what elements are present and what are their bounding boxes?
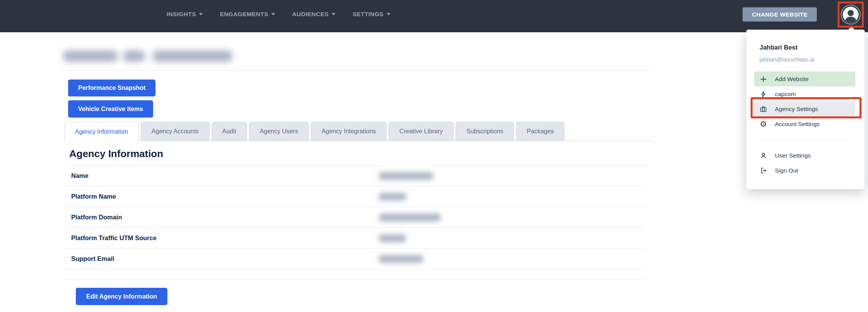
user-avatar-button[interactable] bbox=[840, 4, 861, 25]
dropdown-divider bbox=[760, 140, 850, 140]
performance-snapshot-button[interactable]: Performance Snapshot bbox=[68, 80, 155, 96]
settings-tab-bar: Agency Information Agency Accounts Audit… bbox=[64, 122, 653, 141]
field-label: Support Email bbox=[71, 255, 114, 262]
caret-down-icon bbox=[271, 13, 275, 15]
field-label: Platform Traffic UTM Source bbox=[71, 234, 157, 242]
agency-info-table: Name Platform Name Platform Domain Platf… bbox=[63, 166, 645, 280]
menu-item-capcom[interactable]: capcom bbox=[754, 86, 855, 101]
redacted-text-blob bbox=[153, 51, 232, 61]
menu-item-sign-out[interactable]: Sign Out bbox=[754, 163, 855, 178]
menu-item-label: Sign Out bbox=[775, 167, 798, 174]
nav-menu-label: AUDIENCES bbox=[292, 11, 329, 18]
menu-item-add-website[interactable]: Add Website bbox=[754, 71, 855, 86]
section-title: Agency Information bbox=[69, 148, 653, 160]
table-bottom-divider bbox=[63, 269, 645, 280]
field-label: Name bbox=[71, 172, 88, 179]
nav-menu-label: INSIGHTS bbox=[167, 11, 196, 18]
briefcase-icon bbox=[760, 105, 767, 113]
menu-item-label: capcom bbox=[775, 91, 796, 98]
dropdown-item-list: Add Website capcom Agency Settings ⚙ bbox=[746, 71, 865, 131]
table-row-name: Name bbox=[63, 166, 645, 186]
nav-menu-audiences[interactable]: AUDIENCES bbox=[292, 11, 336, 18]
lightning-icon bbox=[760, 90, 767, 98]
redacted-text-blob bbox=[124, 51, 145, 61]
table-row-platform-name: Platform Name bbox=[63, 186, 645, 207]
gear-icon: ⚙ bbox=[760, 120, 767, 128]
table-row-platform-domain: Platform Domain bbox=[63, 207, 645, 228]
redacted-value bbox=[379, 255, 423, 263]
menu-item-label: Agency Settings bbox=[775, 106, 818, 113]
nav-menu-label: ENGAGEMENTS bbox=[220, 11, 268, 18]
redacted-value bbox=[379, 214, 441, 221]
redacted-value bbox=[379, 234, 406, 242]
tab-packages[interactable]: Packages bbox=[516, 122, 564, 141]
menu-item-label: Add Website bbox=[775, 76, 809, 83]
menu-item-user-settings[interactable]: User Settings bbox=[754, 148, 855, 163]
field-label: Platform Name bbox=[71, 193, 116, 200]
nav-menu-engagements[interactable]: ENGAGEMENTS bbox=[220, 11, 275, 18]
person-circle-icon bbox=[840, 4, 861, 25]
tab-agency-integrations[interactable]: Agency Integrations bbox=[311, 122, 387, 141]
nav-menus: INSIGHTS ENGAGEMENTS AUDIENCES SETTINGS bbox=[167, 11, 391, 18]
plus-icon bbox=[760, 75, 767, 83]
top-navbar: INSIGHTS ENGAGEMENTS AUDIENCES SETTINGS … bbox=[0, 0, 868, 32]
user-dropdown-menu: Jahbari Best jahbari@launchlabs.ai Add W… bbox=[746, 30, 865, 189]
user-name: Jahbari Best bbox=[760, 43, 865, 51]
menu-item-account-settings[interactable]: ⚙ Account Settings bbox=[754, 116, 855, 131]
tab-agency-accounts[interactable]: Agency Accounts bbox=[141, 122, 210, 141]
tab-agency-information[interactable]: Agency Information bbox=[64, 122, 139, 141]
main-content: Performance Snapshot Vehicle Creative It… bbox=[63, 47, 653, 305]
table-row-support-email: Support Email bbox=[63, 249, 645, 269]
nav-menu-label: SETTINGS bbox=[352, 11, 384, 18]
nav-menu-settings[interactable]: SETTINGS bbox=[352, 11, 391, 18]
menu-item-agency-settings[interactable]: Agency Settings bbox=[754, 101, 855, 116]
caret-down-icon bbox=[387, 13, 391, 15]
field-label: Platform Domain bbox=[71, 214, 122, 221]
change-website-button[interactable]: CHANGE WEBSITE bbox=[743, 7, 817, 22]
page-title-redacted bbox=[63, 47, 653, 65]
redacted-text-blob bbox=[63, 51, 117, 61]
tab-agency-users[interactable]: Agency Users bbox=[249, 122, 309, 141]
tab-audit[interactable]: Audit bbox=[212, 122, 247, 141]
user-icon bbox=[760, 151, 767, 159]
sign-out-icon bbox=[760, 166, 767, 174]
tab-creative-library[interactable]: Creative Library bbox=[389, 122, 454, 141]
tab-subscriptions[interactable]: Subscriptions bbox=[456, 122, 514, 141]
annotation-box-avatar bbox=[838, 2, 864, 28]
caret-down-icon bbox=[199, 13, 203, 15]
edit-agency-information-button[interactable]: Edit Agency Information bbox=[76, 288, 167, 305]
redacted-value bbox=[379, 172, 433, 180]
nav-menu-insights[interactable]: INSIGHTS bbox=[167, 11, 203, 18]
user-email: jahbari@launchlabs.ai bbox=[760, 56, 865, 63]
menu-item-label: Account Settings bbox=[775, 121, 820, 128]
dropdown-footer-list: User Settings Sign Out bbox=[746, 148, 865, 178]
table-row-platform-traffic-utm-source: Platform Traffic UTM Source bbox=[63, 228, 645, 249]
redacted-value bbox=[379, 193, 406, 201]
title-divider bbox=[67, 70, 653, 71]
menu-item-label: User Settings bbox=[775, 152, 811, 159]
caret-down-icon bbox=[332, 13, 336, 15]
vehicle-creative-items-button[interactable]: Vehicle Creative Items bbox=[68, 100, 153, 118]
